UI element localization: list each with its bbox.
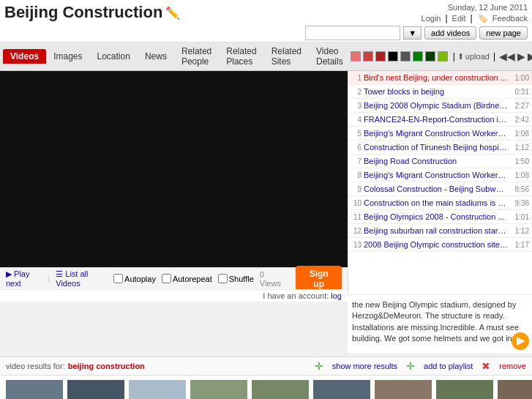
search-dropdown-btn[interactable]: ▼	[403, 26, 422, 40]
video-list-item[interactable]: 1 Bird's nest Beijing, under constructio…	[348, 71, 532, 85]
thumbnail-item[interactable]: 4:04 Construction in Beijing, China	[6, 380, 63, 399]
video-title: Beijing's Migrant Construction Workers .…	[364, 129, 508, 138]
video-section: ▶ Play next | ☰ List all Videos Autoplay…	[0, 71, 348, 357]
youtube-icon[interactable]: ▶	[512, 332, 529, 350]
video-num: 5	[351, 130, 361, 138]
play-next-btn[interactable]: ▶▶	[528, 51, 532, 62]
tab-images[interactable]: Images	[46, 49, 89, 64]
thumbnail-item[interactable]: 10:01 Green Beijing 1. Architecture in	[190, 380, 247, 399]
feedback-link[interactable]: Feedback	[492, 14, 528, 23]
video-title: Beijing Olympics 2008 - Construction ...	[364, 212, 508, 221]
results-bar: video results for: beijing construction …	[0, 357, 532, 376]
video-duration: 8:56	[510, 185, 529, 193]
show-more-icon: ✛	[315, 360, 323, 372]
tab-videos[interactable]: Videos	[3, 49, 46, 64]
add-playlist-link[interactable]: add to playlist	[424, 362, 473, 370]
header-top-right: Sunday, 12 June 2011 Login | Edit | 🏷️ F…	[305, 3, 528, 40]
video-list: 1 Bird's nest Beijing, under constructio…	[348, 71, 532, 294]
thumb-image: 2:31	[252, 380, 309, 399]
swatch-pink[interactable]	[351, 51, 361, 61]
date-display: Sunday, 12 June 2011	[448, 3, 528, 12]
shuffle-checkbox[interactable]	[218, 274, 228, 283]
video-list-item[interactable]: 9 Colossal Construction - Beijing Subway…	[348, 182, 532, 196]
thumbnail-item[interactable]: 2:31 "Olympic Village Construction" Jkir	[252, 380, 309, 399]
add-playlist-icon: ✛	[406, 360, 415, 372]
tab-location[interactable]: Location	[90, 49, 138, 64]
video-title: Bird's nest Beijing, under construction …	[364, 73, 508, 82]
signup-button[interactable]: Sign up	[296, 266, 342, 292]
video-list-item[interactable]: 7 Beijing Road Construction 1:50	[348, 154, 532, 168]
video-list-item[interactable]: 11 Beijing Olympics 2008 - Construction …	[348, 210, 532, 224]
video-title: Colossal Construction - Beijing Subway..…	[364, 184, 508, 193]
swatch-black[interactable]	[388, 51, 398, 61]
search-input[interactable]	[305, 26, 400, 40]
thumbnail-item[interactable]: 0:54 Beijing, city of the future	[129, 380, 186, 399]
video-player[interactable]	[0, 71, 348, 267]
autoplay-label[interactable]: Autoplay	[113, 274, 156, 283]
video-list-item[interactable]: 6 Construction of Tirunesh Beijing hospi…	[348, 141, 532, 154]
video-description: the new Beijing Olympic stadium, designe…	[348, 294, 532, 353]
video-list-item[interactable]: 8 Beijing's Migrant Construction Workers…	[348, 168, 532, 182]
video-num: 9	[351, 185, 361, 193]
thumbnail-item[interactable]: 135:00 Special Spring Workshop: The	[498, 380, 532, 399]
thumbnail-item[interactable]: 1:01 Beijing China Olympics Stadi	[436, 380, 493, 399]
video-duration: 0:31	[510, 88, 529, 96]
show-more-link[interactable]: show more results	[332, 362, 397, 370]
video-list-item[interactable]: 10 Construction on the main stadiums is …	[348, 196, 532, 210]
list-all-link[interactable]: ☰ List all Videos	[56, 269, 108, 288]
video-list-item[interactable]: 4 FRANCE24-EN-Report-Construction in ...…	[348, 113, 532, 127]
thumb-image: 0:54	[129, 380, 186, 399]
swatch-lime[interactable]	[438, 51, 448, 61]
video-list-item[interactable]: 12 Beijing suburban rail construction st…	[348, 224, 532, 238]
play-next-link[interactable]: ▶ Play next	[6, 269, 42, 288]
video-num: 13	[351, 241, 361, 249]
login-link[interactable]: Login	[422, 14, 441, 23]
remove-link[interactable]: remove	[499, 362, 526, 370]
tab-related-people[interactable]: Related People	[174, 44, 219, 69]
thumbnail-item[interactable]: 0:31 Bird's Nest Stadium Construction	[375, 380, 432, 399]
swatch-gray[interactable]	[400, 51, 411, 61]
thumb-image: 4:04	[6, 380, 63, 399]
play-btn[interactable]: ▶	[517, 51, 525, 62]
top-header: Beijing Construction ✏️ Sunday, 12 June …	[0, 0, 532, 42]
shuffle-label[interactable]: Shuffle	[218, 274, 254, 283]
add-videos-button[interactable]: add videos	[424, 26, 476, 40]
play-prev-btn[interactable]: ◀◀	[499, 51, 515, 62]
tab-news[interactable]: News	[138, 49, 174, 64]
upload-button[interactable]: ⬆ upload	[457, 52, 490, 61]
autorepeat-label[interactable]: Autorepeat	[162, 274, 212, 283]
video-list-item[interactable]: 5 Beijing's Migrant Construction Workers…	[348, 127, 532, 141]
swatch-red1[interactable]	[363, 51, 373, 61]
new-page-button[interactable]: new page	[479, 26, 528, 40]
video-duration: 1:08	[510, 130, 529, 138]
swatch-red2[interactable]	[375, 51, 386, 61]
swatch-green1[interactable]	[413, 51, 423, 61]
autoplay-checkbox[interactable]	[113, 274, 123, 283]
video-list-item[interactable]: 13 2008 Beijing Olympic construction sit…	[348, 238, 532, 252]
autorepeat-checkbox[interactable]	[162, 274, 171, 283]
thumb-image: 1:01	[436, 380, 493, 399]
video-title: FRANCE24-EN-Report-Construction in ...	[364, 115, 508, 124]
video-title: Beijing suburban rail construction start…	[364, 226, 508, 235]
video-list-item[interactable]: 2 Tower blocks in beijing 0:31	[348, 85, 532, 99]
tab-related-sites[interactable]: Related Sites	[264, 44, 309, 69]
thumbnail-item[interactable]: 2:29 China's Construction Waste a	[313, 380, 370, 399]
video-duration: 1:50	[510, 157, 529, 165]
account-line: I have an account: log	[0, 289, 348, 302]
edit-link[interactable]: Edit	[452, 14, 466, 23]
thumb-image: 0:31	[375, 380, 432, 399]
views-count: 0 Views	[260, 270, 285, 288]
video-title: Beijing 2008 Olympic Stadium (Birdnest..…	[364, 101, 508, 110]
video-num: 12	[351, 227, 361, 235]
account-log-link[interactable]: log	[331, 291, 342, 300]
video-list-item[interactable]: 3 Beijing 2008 Olympic Stadium (Birdnest…	[348, 99, 532, 113]
swatch-green2[interactable]	[425, 51, 435, 61]
video-num: 3	[351, 102, 361, 110]
tab-related-places[interactable]: Related Places	[219, 44, 263, 69]
tab-video-details[interactable]: Video Details	[309, 44, 351, 69]
thumbnail-item[interactable]: 0:59 Construction site in Beijing, China	[67, 380, 124, 399]
video-desc-text: the new Beijing Olympic stadium, designe…	[352, 300, 521, 343]
video-title: Beijing's Migrant Construction Workers .…	[364, 171, 508, 179]
edit-pencil-icon[interactable]: ✏️	[165, 6, 180, 20]
video-num: 4	[351, 116, 361, 124]
